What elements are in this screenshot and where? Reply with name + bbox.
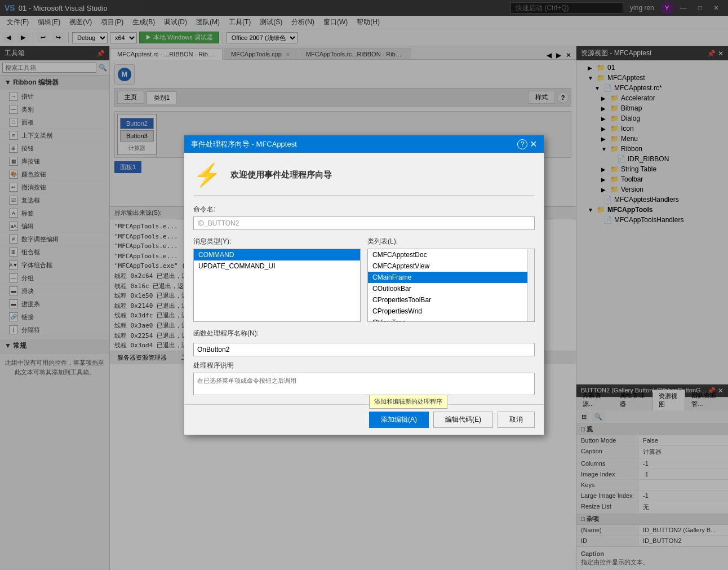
handler-name-row: 函数处理程序名称(N):	[193, 329, 535, 356]
modal-two-column: 消息类型(Y): COMMAND UPDATE_COMMAND_UI 类列表(L…	[193, 237, 535, 322]
handler-name-label: 函数处理程序名称(N):	[193, 329, 535, 338]
modal-footer: 添加编辑(A) 添加和编辑新的处理程序 编辑代码(E) 取消	[184, 404, 544, 435]
class-list-label: 类列表(L):	[367, 237, 535, 246]
listbox-item-command[interactable]: COMMAND	[194, 249, 360, 260]
class-listbox[interactable]: CMFCApptestDoc CMFCApptestView CMainFram…	[367, 249, 535, 322]
add-edit-button[interactable]: 添加编辑(A)	[369, 412, 429, 428]
listbox-item-cpropertieswnd[interactable]: CPropertiesWnd	[368, 306, 534, 317]
msg-type-col: 消息类型(Y): COMMAND UPDATE_COMMAND_UI	[193, 237, 361, 322]
edit-code-button[interactable]: 编辑代码(E)	[433, 412, 493, 428]
modal-title: 事件处理程序向导 - MFCApptest	[191, 139, 297, 149]
handler-desc-box: 在已选择菜单项或命令按钮之后调用	[193, 373, 535, 395]
handler-desc-text: 在已选择菜单项或命令按钮之后调用	[197, 377, 296, 384]
add-edit-tooltip: 添加和编辑新的处理程序	[369, 395, 447, 409]
command-name-input	[193, 216, 535, 230]
handler-name-input[interactable]	[193, 343, 535, 356]
cancel-button[interactable]: 取消	[498, 412, 535, 428]
listbox-item-cpropertiestoolbar[interactable]: CPropertiesToolBar	[368, 294, 534, 306]
modal-overlay: 事件处理程序向导 - MFCApptest ? ✕ ⚡ 欢迎使用事件处理程序向导…	[0, 0, 728, 570]
msg-type-listbox[interactable]: COMMAND UPDATE_COMMAND_UI	[193, 249, 361, 322]
modal-body: ⚡ 欢迎使用事件处理程序向导 命令名: 消息类型(Y): COMMAND UPD…	[184, 153, 544, 404]
modal-lightning-icon: ⚡	[193, 162, 221, 188]
modal-help-button[interactable]: ?	[517, 139, 527, 149]
listbox-item-cmainframe[interactable]: CMainFrame	[368, 272, 534, 283]
modal-header-row: ⚡ 欢迎使用事件处理程序向导	[193, 162, 535, 196]
handler-desc-label: 处理程序说明	[193, 361, 535, 370]
listbox-item-update-command-ui[interactable]: UPDATE_COMMAND_UI	[194, 260, 360, 272]
modal-close-button[interactable]: ✕	[530, 139, 537, 149]
modal-titlebar: 事件处理程序向导 - MFCApptest ? ✕	[184, 135, 544, 153]
modal-title-buttons: ? ✕	[517, 139, 537, 149]
command-name-label: 命令名:	[193, 205, 535, 214]
listbox-item-coutlookbar[interactable]: COutlookBar	[368, 283, 534, 294]
listbox-item-cmfcapptestview[interactable]: CMFCApptestView	[368, 260, 534, 272]
modal-welcome-text: 欢迎使用事件处理程序向导	[230, 170, 332, 180]
msg-type-label: 消息类型(Y):	[193, 237, 361, 246]
class-list-col: 类列表(L): CMFCApptestDoc CMFCApptestView C…	[367, 237, 535, 322]
event-handler-wizard-dialog: 事件处理程序向导 - MFCApptest ? ✕ ⚡ 欢迎使用事件处理程序向导…	[184, 135, 544, 435]
listbox-item-cmfcapptestdoc[interactable]: CMFCApptestDoc	[368, 249, 534, 260]
listbox-item-cviewtree[interactable]: CViewTree	[368, 317, 534, 322]
add-edit-btn-container: 添加编辑(A) 添加和编辑新的处理程序	[369, 412, 429, 428]
